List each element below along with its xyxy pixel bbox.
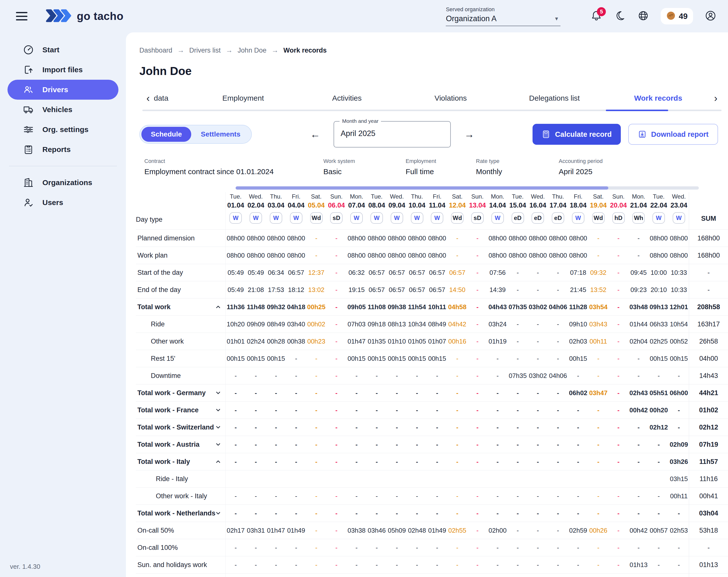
day-type-badge[interactable]: eD	[552, 212, 564, 224]
sidebar-item-org-settings[interactable]: Org. settings	[7, 119, 119, 139]
table-cell: 10:33	[669, 264, 689, 281]
expand-chevron-icon[interactable]	[215, 407, 222, 413]
day-name: Fri.	[292, 193, 301, 200]
day-type-badge[interactable]: W	[270, 212, 282, 224]
row-sum-cell: 01h13	[689, 556, 728, 573]
month-field-label: Month and year	[340, 118, 381, 124]
day-type-badge[interactable]: W	[370, 212, 383, 224]
sidebar-item-vehicles[interactable]: Vehicles	[7, 100, 119, 119]
work-system-value: Basic	[323, 167, 398, 176]
expand-chevron-icon[interactable]	[215, 510, 222, 517]
day-type-badge[interactable]: W	[350, 212, 363, 224]
menu-icon[interactable]	[16, 12, 27, 21]
day-type-badge[interactable]: W	[572, 212, 584, 224]
day-type-badge[interactable]: Wd	[310, 212, 322, 224]
table-cell	[346, 470, 367, 487]
day-type-badge[interactable]: Wh	[632, 212, 645, 224]
day-type-badge[interactable]: Wd	[451, 212, 464, 224]
day-column-header: Thu.17.04eD	[548, 192, 568, 229]
table-cell: 00h44	[226, 574, 246, 577]
notifications-button[interactable]: 5	[590, 10, 602, 22]
table-cell: 02h03	[568, 333, 589, 350]
day-type-badge[interactable]: W	[229, 212, 242, 224]
dark-mode-button[interactable]	[614, 10, 626, 22]
expand-chevron-icon[interactable]	[215, 390, 222, 396]
table-cell: 08h13	[387, 315, 407, 333]
calculate-record-button[interactable]: Calculate record	[532, 124, 621, 145]
table-cell: -	[548, 333, 568, 350]
day-type-badge[interactable]: W	[411, 212, 423, 224]
sidebar-item-label: Import files	[43, 65, 83, 74]
table-cell: -	[487, 350, 508, 367]
day-type-badge[interactable]: W	[431, 212, 443, 224]
table-cell: -	[447, 488, 467, 504]
breadcrumb-driver-name[interactable]: John Doe	[238, 47, 266, 54]
language-button[interactable]	[637, 10, 649, 22]
sidebar-item-start[interactable]: Start	[7, 40, 119, 60]
tabs-scroll-right-icon[interactable]: ›	[710, 93, 722, 104]
next-month-arrow[interactable]: →	[464, 129, 474, 140]
day-type-badge[interactable]: W	[250, 212, 262, 224]
day-type-badge[interactable]: hD	[612, 212, 625, 224]
table-cell: -	[568, 556, 589, 573]
table-cell: 01h47	[346, 333, 367, 350]
download-report-button[interactable]: Download report	[628, 124, 718, 145]
sidebar-item-drivers[interactable]: Drivers	[7, 80, 119, 100]
table-cell: -	[367, 539, 387, 556]
day-name: Tue.	[653, 193, 665, 200]
day-name: Wed.	[390, 193, 404, 200]
settlements-toggle-button[interactable]: Settlements	[191, 127, 250, 142]
tab-activities[interactable]: Activities	[295, 94, 399, 102]
day-type-badge[interactable]: sD	[330, 212, 343, 224]
table-cell: 07h03	[346, 315, 367, 333]
sidebar-item-users[interactable]: Users	[7, 193, 119, 213]
day-type-badge[interactable]: W	[491, 212, 504, 224]
tab-data[interactable]: data	[154, 94, 191, 102]
day-column-header: Sat.05.04Wd	[306, 192, 327, 229]
credits-pill[interactable]: 49	[661, 8, 693, 24]
day-type-badge[interactable]: eD	[531, 212, 544, 224]
scrollbar-thumb[interactable]	[236, 186, 608, 190]
tab-work-records[interactable]: Work records	[606, 94, 710, 102]
table-cell: -	[649, 436, 669, 453]
sidebar-item-reports[interactable]: Reports	[7, 139, 119, 160]
month-year-field[interactable]: Month and year April 2025	[334, 121, 451, 147]
table-cell: 01h44	[628, 315, 649, 333]
day-date: 03.04	[267, 201, 284, 209]
sidebar-item-organizations[interactable]: Organizations	[7, 173, 119, 193]
day-type-badge[interactable]: W	[652, 212, 665, 224]
day-type-badge[interactable]: W	[290, 212, 303, 224]
collapse-chevron-icon[interactable]	[215, 304, 222, 310]
table-cell: -	[528, 436, 548, 453]
day-type-badge[interactable]: W	[673, 212, 685, 224]
table-row: Total work - France--------------------0…	[136, 401, 728, 418]
day-column-header: Tue.22.04W	[649, 192, 669, 229]
table-cell: -	[427, 453, 447, 470]
table-cell: 03h02	[528, 367, 548, 384]
sidebar-item-import-files[interactable]: Import files	[7, 60, 119, 80]
day-type-badge[interactable]: eD	[512, 212, 524, 224]
table-cell: -	[528, 264, 548, 281]
organization-select[interactable]: Organization A ▼	[446, 14, 561, 26]
collapse-chevron-icon[interactable]	[215, 459, 222, 465]
expand-chevron-icon[interactable]	[215, 424, 222, 431]
breadcrumb-dashboard[interactable]: Dashboard	[139, 47, 172, 54]
table-row: Total work - Switzerland----------------…	[136, 418, 728, 436]
account-button[interactable]	[705, 10, 717, 22]
tab-violations[interactable]: Violations	[399, 94, 502, 102]
day-type-badge[interactable]: W	[391, 212, 403, 224]
tabs-scroll-left-icon[interactable]: ‹	[142, 93, 154, 104]
previous-month-arrow[interactable]: ←	[310, 129, 320, 140]
sidebar-item-label: Reports	[43, 145, 71, 154]
day-name: Sat.	[311, 193, 321, 200]
expand-chevron-icon[interactable]	[215, 441, 222, 448]
schedule-toggle-button[interactable]: Schedule	[141, 127, 191, 142]
table-cell: 06:57	[286, 264, 306, 281]
day-type-badge[interactable]: Wd	[592, 212, 605, 224]
day-type-badge[interactable]: sD	[471, 212, 484, 224]
breadcrumb-drivers-list[interactable]: Drivers list	[189, 47, 220, 54]
tab-employment[interactable]: Employment	[191, 94, 295, 102]
tab-delegations-list[interactable]: Delegations list	[503, 94, 606, 102]
day-date: 04.04	[288, 201, 305, 209]
table-cell	[669, 574, 689, 577]
